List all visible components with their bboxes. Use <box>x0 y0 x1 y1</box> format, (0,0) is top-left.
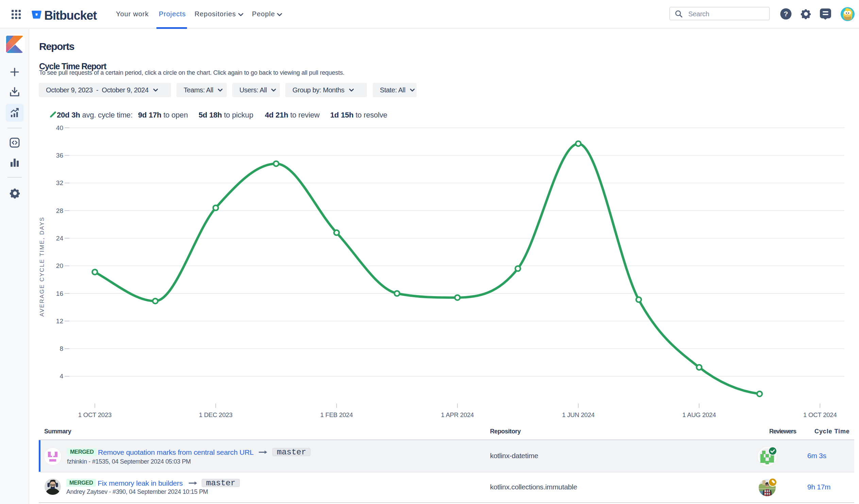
svg-text:1 APR 2024: 1 APR 2024 <box>441 411 474 419</box>
svg-text:36: 36 <box>56 152 63 159</box>
svg-text:1 AUG 2024: 1 AUG 2024 <box>682 411 716 419</box>
svg-text:1 DEC 2023: 1 DEC 2023 <box>199 411 232 419</box>
svg-text:8: 8 <box>60 345 63 352</box>
svg-text:32: 32 <box>56 179 63 187</box>
svg-text:?: ? <box>784 10 788 18</box>
svg-text:12: 12 <box>56 317 63 325</box>
svg-text:4: 4 <box>60 373 63 380</box>
svg-text:1 FEB 2024: 1 FEB 2024 <box>320 411 353 419</box>
svg-text:1 OCT 2023: 1 OCT 2023 <box>78 411 111 419</box>
svg-text:40: 40 <box>56 124 63 131</box>
svg-text:1 OCT 2024: 1 OCT 2024 <box>803 411 837 419</box>
svg-text:20: 20 <box>56 262 63 269</box>
svg-text:16: 16 <box>56 290 63 297</box>
svg-text:1 JUN 2024: 1 JUN 2024 <box>562 411 595 419</box>
svg-text:AVERAGE CYCLE TIME, DAYS: AVERAGE CYCLE TIME, DAYS <box>39 217 45 317</box>
svg-text:24: 24 <box>56 235 64 242</box>
svg-text:28: 28 <box>56 207 63 214</box>
